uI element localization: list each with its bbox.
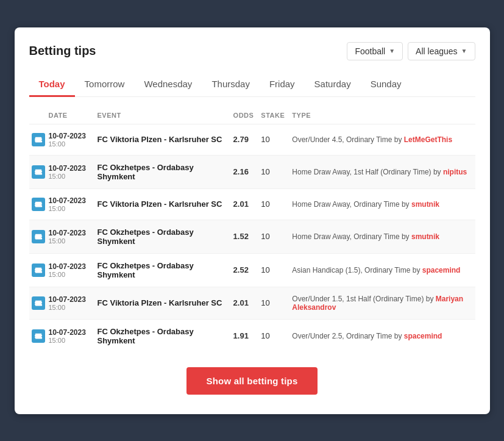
ticket-icon — [32, 329, 45, 343]
row-odds-cell: 2.01 — [231, 188, 259, 220]
table-row: 10-07-202315:00FC Okzhetpes - Ordabasy S… — [29, 220, 475, 253]
sport-dropdown-arrow: ▼ — [389, 48, 395, 54]
row-time: 15:00 — [49, 337, 90, 344]
league-dropdown[interactable]: All leagues ▼ — [408, 42, 475, 60]
row-icon-cell — [29, 220, 46, 253]
tab-thursday[interactable]: Thursday — [202, 73, 260, 97]
type-text: Home Draw Away, Ordinary Time by — [292, 232, 411, 241]
ticket-svg — [34, 200, 43, 209]
row-date: 10-07-2023 — [49, 328, 90, 337]
row-stake-cell: 10 — [258, 287, 289, 319]
table-header-row: DATE EVENT ODDS STAKE TYPE — [29, 107, 475, 124]
row-type-cell: Home Draw Away, Ordinary Time by smutnik — [289, 188, 475, 220]
user-link[interactable]: smutnik — [411, 200, 439, 209]
row-time: 15:00 — [49, 140, 90, 148]
row-stake-cell: 10 — [258, 155, 289, 188]
ticket-icon — [32, 165, 45, 179]
ticket-svg — [34, 232, 43, 241]
ticket-icon — [32, 296, 45, 310]
row-date-cell: 10-07-202315:00 — [46, 188, 95, 220]
ticket-svg — [34, 135, 43, 144]
col-icon — [29, 107, 46, 124]
user-link[interactable]: LetMeGetThis — [404, 135, 452, 144]
row-event-cell: FC Viktoria Plzen - Karlsruher SC — [95, 124, 231, 155]
row-time: 15:00 — [49, 205, 90, 212]
col-event: EVENT — [95, 107, 231, 124]
user-link[interactable]: smutnik — [411, 232, 439, 241]
row-odds-cell: 2.79 — [231, 124, 259, 155]
tab-tomorrow[interactable]: Tomorrow — [75, 73, 135, 97]
tab-sunday[interactable]: Sunday — [361, 73, 411, 97]
tab-saturday[interactable]: Saturday — [305, 73, 361, 97]
row-date: 10-07-2023 — [49, 229, 90, 237]
row-type-cell: Home Draw Away, Ordinary Time by smutnik — [289, 220, 475, 253]
row-icon-cell — [29, 155, 46, 188]
row-event-cell: FC Okzhetpes - Ordabasy Shymkent — [95, 253, 231, 287]
table-row: 10-07-202315:00FC Viktoria Plzen - Karls… — [29, 188, 475, 220]
tabs: TodayTomorrowWednesdayThursdayFridaySatu… — [29, 73, 475, 97]
row-time: 15:00 — [49, 271, 90, 278]
row-date-cell: 10-07-202315:00 — [46, 253, 95, 287]
row-icon-cell — [29, 287, 46, 319]
user-link[interactable]: spacemind — [404, 332, 442, 340]
ticket-svg — [34, 168, 43, 176]
betting-table: DATE EVENT ODDS STAKE TYPE 10-07-202315:… — [29, 107, 475, 353]
type-text: Home Draw Away, 1st Half (Ordinary Time)… — [292, 168, 443, 176]
col-odds: ODDS — [231, 107, 259, 124]
row-odds-cell: 2.01 — [231, 287, 259, 319]
table-row: 10-07-202315:00FC Okzhetpes - Ordabasy S… — [29, 319, 475, 353]
table-row: 10-07-202315:00FC Okzhetpes - Ordabasy S… — [29, 253, 475, 287]
show-all-button[interactable]: Show all betting tips — [186, 367, 317, 395]
row-date: 10-07-2023 — [49, 132, 90, 140]
row-date-cell: 10-07-202315:00 — [46, 220, 95, 253]
ticket-svg — [34, 266, 43, 274]
row-event-cell: FC Okzhetpes - Ordabasy Shymkent — [95, 155, 231, 188]
row-date-cell: 10-07-202315:00 — [46, 287, 95, 319]
type-text: Over/Under 2.5, Ordinary Time by — [292, 332, 403, 340]
card-title: Betting tips — [29, 44, 96, 58]
row-icon-cell — [29, 124, 46, 155]
type-text: Asian Handicap (1.5), Ordinary Time by — [292, 266, 422, 274]
table-body: 10-07-202315:00FC Viktoria Plzen - Karls… — [29, 124, 475, 353]
header-controls: Football ▼ All leagues ▼ — [347, 42, 475, 60]
ticket-icon — [32, 264, 45, 277]
row-icon-cell — [29, 253, 46, 287]
row-time: 15:00 — [49, 304, 90, 311]
row-odds-cell: 2.52 — [231, 253, 259, 287]
row-stake-cell: 10 — [258, 253, 289, 287]
tab-wednesday[interactable]: Wednesday — [134, 73, 202, 97]
tab-friday[interactable]: Friday — [260, 73, 305, 97]
row-stake-cell: 10 — [258, 124, 289, 155]
row-event-cell: FC Okzhetpes - Ordabasy Shymkent — [95, 220, 231, 253]
row-odds-cell: 1.91 — [231, 319, 259, 353]
row-icon-cell — [29, 319, 46, 353]
type-text: Home Draw Away, Ordinary Time by — [292, 200, 411, 209]
row-event-cell: FC Viktoria Plzen - Karlsruher SC — [95, 287, 231, 319]
row-date: 10-07-2023 — [49, 262, 90, 271]
col-type: TYPE — [289, 107, 475, 124]
row-type-cell: Over/Under 1.5, 1st Half (Ordinary Time)… — [289, 287, 475, 319]
row-stake-cell: 10 — [258, 319, 289, 353]
col-date: DATE — [46, 107, 95, 124]
row-date-cell: 10-07-202315:00 — [46, 319, 95, 353]
row-date-cell: 10-07-202315:00 — [46, 155, 95, 188]
row-date-cell: 10-07-202315:00 — [46, 124, 95, 155]
sport-dropdown[interactable]: Football ▼ — [347, 42, 403, 60]
betting-tips-card: Betting tips Football ▼ All leagues ▼ To… — [15, 27, 490, 414]
row-time: 15:00 — [49, 173, 90, 180]
row-date: 10-07-2023 — [49, 295, 90, 304]
row-type-cell: Home Draw Away, 1st Half (Ordinary Time)… — [289, 155, 475, 188]
user-link[interactable]: spacemind — [422, 266, 461, 274]
row-time: 15:00 — [49, 237, 90, 245]
user-link[interactable]: nipitus — [443, 168, 467, 176]
card-header: Betting tips Football ▼ All leagues ▼ — [29, 42, 475, 60]
row-event-cell: FC Viktoria Plzen - Karlsruher SC — [95, 188, 231, 220]
league-dropdown-label: All leagues — [416, 46, 458, 56]
type-text: Over/Under 4.5, Ordinary Time by — [292, 135, 403, 144]
tab-today[interactable]: Today — [29, 73, 75, 97]
ticket-icon — [32, 230, 45, 243]
row-type-cell: Asian Handicap (1.5), Ordinary Time by s… — [289, 253, 475, 287]
row-date: 10-07-2023 — [49, 196, 90, 205]
row-type-cell: Over/Under 2.5, Ordinary Time by spacemi… — [289, 319, 475, 353]
row-date: 10-07-2023 — [49, 164, 90, 173]
